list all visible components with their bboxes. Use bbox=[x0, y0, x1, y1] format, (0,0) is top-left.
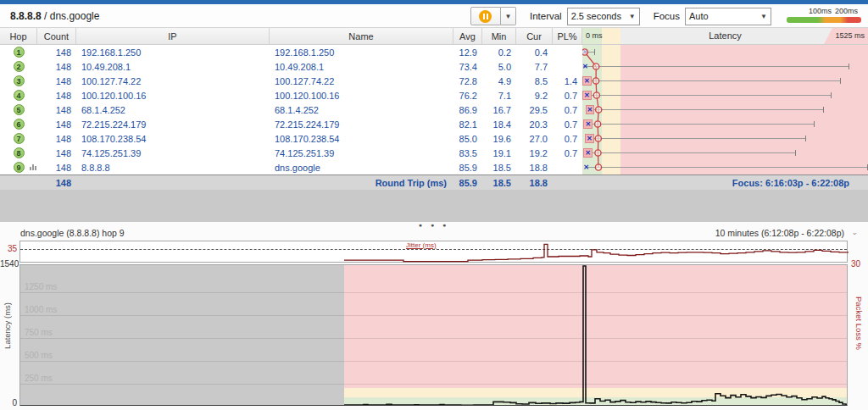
min-cell: 18.4 bbox=[482, 117, 516, 131]
latency-range-whisker bbox=[586, 124, 814, 125]
interval-select[interactable]: 2.5 seconds▼ bbox=[567, 8, 640, 25]
name-cell: 192.168.1.250 bbox=[270, 45, 453, 59]
current-latency-marker: ✕ bbox=[585, 134, 594, 143]
ip-cell: 192.168.1.250 bbox=[76, 45, 270, 59]
current-latency-marker: ✕ bbox=[582, 91, 592, 100]
cur-cell: 27.0 bbox=[516, 131, 553, 146]
header-count[interactable]: Count bbox=[37, 28, 76, 44]
cur-cell: 29.5 bbox=[516, 102, 553, 117]
latency-timeline-graph[interactable]: 1250 ms1000 ms750 ms500 ms250 ms bbox=[19, 264, 848, 406]
hop-latency-graph: ✕ bbox=[582, 131, 868, 146]
jitter-graph[interactable]: Jitter (ms) bbox=[19, 241, 848, 263]
avg-cell: 73.4 bbox=[453, 59, 482, 74]
header-min[interactable]: Min bbox=[482, 28, 516, 44]
target-address: 8.8.8.8 bbox=[10, 10, 42, 22]
legend-gradient-bar bbox=[787, 17, 861, 23]
name-cell: dns.google bbox=[270, 160, 453, 175]
pl-cell bbox=[553, 160, 582, 175]
ip-cell: 68.1.4.252 bbox=[76, 102, 270, 117]
hop-row[interactable]: 4148100.120.100.16100.120.100.1676.27.19… bbox=[0, 88, 868, 102]
pl-cell: 0.7 bbox=[553, 117, 582, 131]
ip-cell: 100.127.74.22 bbox=[76, 74, 270, 88]
current-latency-marker: ✕ bbox=[582, 48, 588, 56]
hop-row[interactable]: 614872.215.224.17972.215.224.17982.118.4… bbox=[0, 117, 868, 131]
hop-row[interactable]: 214810.49.208.110.49.208.173.45.07.7✕ bbox=[0, 59, 868, 74]
count-cell: 148 bbox=[37, 45, 76, 59]
hop-cell: 7 bbox=[0, 131, 37, 146]
latency-max-tick bbox=[831, 92, 832, 98]
hop-row[interactable]: 91488.8.8.8dns.google85.918.518.8✕ bbox=[0, 160, 868, 175]
hop-cell: 5 bbox=[0, 102, 37, 117]
hop-row[interactable]: 514868.1.4.25268.1.4.25286.916.729.50.7✕ bbox=[0, 102, 868, 117]
hop-number-badge: 7 bbox=[14, 133, 25, 144]
header-pl[interactable]: PL% bbox=[553, 28, 582, 44]
avg-cell: 72.8 bbox=[453, 74, 482, 88]
focus-select[interactable]: Auto▼ bbox=[685, 8, 771, 25]
target-title: 8.8.8.8 / dns.google bbox=[10, 10, 99, 22]
latency-scale-max: 1525 ms bbox=[835, 31, 865, 40]
ip-cell: 10.49.208.1 bbox=[76, 59, 270, 74]
chevron-down-icon[interactable]: ⌄ bbox=[851, 228, 858, 236]
timeline-range[interactable]: 10 minutes (6:12:08p - 6:22:08p) bbox=[715, 228, 844, 238]
min-cell: 19.6 bbox=[482, 131, 516, 146]
header-cur[interactable]: Cur bbox=[516, 28, 553, 44]
focus-graph-icon bbox=[30, 164, 36, 170]
count-cell: 148 bbox=[37, 88, 76, 102]
latency-axis-title: Latency (ms) bbox=[3, 302, 12, 349]
count-cell: 148 bbox=[37, 160, 76, 175]
pause-icon bbox=[479, 10, 492, 23]
target-bar: 8.8.8.8 / dns.google ▼ Interval 2.5 seco… bbox=[0, 4, 868, 28]
focus-range-text: Focus: 6:16:03p - 6:22:08p bbox=[582, 175, 868, 190]
name-cell: 74.125.251.39 bbox=[270, 146, 453, 160]
hop-row[interactable]: 7148108.170.238.54108.170.238.5485.019.6… bbox=[0, 131, 868, 146]
name-cell: 100.127.74.22 bbox=[270, 74, 453, 88]
pause-dropdown-button[interactable]: ▼ bbox=[501, 7, 516, 25]
name-cell: 68.1.4.252 bbox=[270, 102, 453, 117]
header-hop[interactable]: Hop bbox=[0, 28, 37, 44]
focus-label: Focus bbox=[654, 11, 680, 21]
hop-cell: 4 bbox=[0, 88, 37, 102]
header-name[interactable]: Name bbox=[270, 28, 453, 44]
hop-number-badge: 5 bbox=[14, 104, 25, 115]
hop-row[interactable]: 3148100.127.74.22100.127.74.2272.84.98.5… bbox=[0, 74, 868, 88]
header-avg[interactable]: Avg bbox=[453, 28, 482, 44]
latency-max-tick bbox=[594, 49, 595, 55]
table-footer-row[interactable]: 148 Round Trip (ms) 85.9 18.5 18.8 Focus… bbox=[0, 175, 868, 190]
packet-loss-axis-max: 30 bbox=[851, 259, 860, 269]
cur-cell: 19.2 bbox=[516, 146, 553, 160]
latency-range-whisker bbox=[586, 109, 823, 110]
footer-count: 148 bbox=[37, 175, 76, 190]
jitter-axis-max: 35 bbox=[2, 244, 17, 253]
hop-row[interactable]: 814874.125.251.3974.125.251.3983.519.119… bbox=[0, 146, 868, 160]
count-cell: 148 bbox=[37, 117, 76, 131]
pause-button[interactable] bbox=[470, 7, 501, 25]
hop-cell: 8 bbox=[0, 146, 37, 160]
name-cell: 100.120.100.16 bbox=[270, 88, 453, 102]
current-latency-marker: ✕ bbox=[583, 119, 593, 129]
header-latency-graph[interactable]: 0 ms Latency 1525 ms bbox=[582, 28, 868, 44]
min-cell: 7.1 bbox=[482, 88, 516, 102]
hop-number-badge: 1 bbox=[14, 47, 25, 58]
hop-latency-graph: ✕ bbox=[582, 146, 868, 160]
header-ip[interactable]: IP bbox=[76, 28, 270, 44]
packet-loss-axis-title: Packet Loss % bbox=[854, 296, 864, 350]
name-cell: 10.49.208.1 bbox=[270, 59, 453, 74]
hop-row[interactable]: 1148192.168.1.250192.168.1.25012.90.20.4… bbox=[0, 45, 868, 59]
latency-range-whisker bbox=[583, 80, 840, 81]
chevron-down-icon: ▼ bbox=[629, 13, 636, 20]
current-latency-marker: ✕ bbox=[583, 148, 593, 158]
cur-cell: 7.7 bbox=[516, 59, 553, 74]
toolbar-controls: ▼ Interval 2.5 seconds▼ Focus Auto▼ 100m… bbox=[470, 4, 861, 28]
ip-cell: 74.125.251.39 bbox=[76, 146, 270, 160]
name-cell: 72.215.224.179 bbox=[270, 117, 453, 131]
pl-cell: 0.7 bbox=[553, 88, 582, 102]
legend-100ms-label: 100ms bbox=[809, 7, 832, 15]
timeline-title: dns.google (8.8.8.8) hop 9 bbox=[20, 228, 125, 238]
latency-range-whisker bbox=[586, 167, 867, 168]
hop-cell: 3 bbox=[0, 74, 37, 88]
count-cell: 148 bbox=[37, 146, 76, 160]
cur-cell: 18.8 bbox=[516, 160, 553, 175]
latency-max-tick bbox=[849, 64, 849, 69]
jitter-line bbox=[20, 241, 849, 263]
legend-200ms-label: 200ms bbox=[835, 7, 858, 15]
